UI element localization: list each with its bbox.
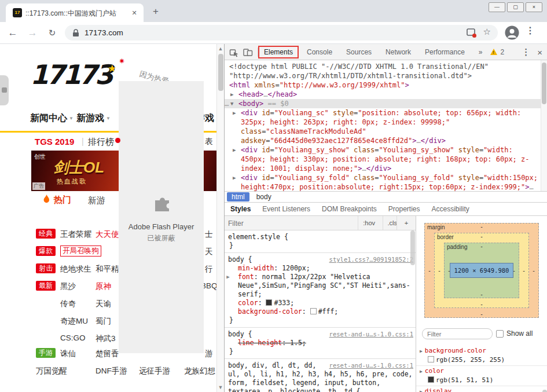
game-link[interactable]: 传奇 [60,299,76,309]
game-link[interactable]: 奇迹MU [60,316,88,327]
game-link-partial[interactable]: 游 [205,349,213,359]
rule-selector[interactable]: body { [228,330,252,338]
collapsed-panel-tab[interactable] [0,75,9,105]
tab-close-icon[interactable]: ✕ [130,8,139,17]
category-badge[interactable]: 射击 [36,263,56,273]
ranking-link[interactable]: 排行榜 [88,137,114,148]
style-property[interactable]: min-width: 1200px; [228,264,413,273]
expand-arrow-icon[interactable]: ▶ [233,173,236,182]
tab-dom-breakpoints[interactable]: DOM Breakpoints [322,205,377,213]
expand-arrow-icon[interactable]: ▶ [420,349,423,354]
styles-scrollbar-thumb[interactable] [410,230,415,265]
game-link[interactable]: 万国觉醒 [36,366,67,376]
computed-property[interactable]: ▶background-colorrgb(255, 255, 255) [416,346,547,366]
game-link[interactable]: CS:GO [60,334,86,342]
plugin-blocked-icon[interactable] [466,27,477,41]
expand-arrow-icon[interactable]: ▶ [233,145,236,155]
new-rule-button[interactable]: + [397,216,416,230]
breadcrumb-body[interactable]: body [253,192,275,202]
expand-arrow-icon[interactable]: ▶ [420,369,423,374]
game-link[interactable]: 王者荣耀 [60,229,91,240]
tab-properties[interactable]: Properties [388,205,420,213]
color-swatch[interactable] [310,308,317,314]
game-link[interactable]: 诛仙 [60,349,76,359]
scrollbar-thumb[interactable] [542,63,546,104]
dom-node[interactable]: <!doctype html PUBLIC "-//W3C//DTD XHTML… [225,62,541,80]
style-property[interactable]: font: ▶ normal 12px/22px "Helvetica Neue… [228,273,413,299]
tab-accessibility[interactable]: Accessibility [431,205,469,213]
stylesheet-link[interactable]: style1.css?…909191852:2 [329,255,413,264]
pseudo-state-toggle[interactable]: :hov [358,216,380,230]
dom-node[interactable]: …▼<body> == $0 [225,99,541,108]
game-link[interactable]: 蜀门 [96,316,111,327]
dom-node[interactable]: ▶<head>…</head> [225,90,541,99]
more-tabs-icon[interactable]: » [479,48,483,56]
game-link[interactable]: 大天使 [96,229,119,240]
nav-item-news[interactable]: 新闻中心▼ [30,112,74,124]
nav-item-newgames[interactable]: 新游戏▼ [76,112,111,124]
computed-filter-input[interactable] [422,328,493,339]
maximize-button[interactable]: ▢ [507,2,524,12]
stylesheet-link[interactable]: reset-and-u…s-1.0.css:1 [329,330,413,339]
dom-node[interactable]: ▶<div id="Youliang_sy_show" class="Youli… [225,145,541,173]
game-link-partial[interactable]: 士 [205,229,213,240]
game-link[interactable]: 开局召唤狗 [60,246,101,257]
style-property[interactable]: background-color: #fff; [228,307,413,316]
color-swatch[interactable] [266,299,272,306]
expand-arrow-icon[interactable]: ▼ [230,99,233,108]
expand-arrow-icon[interactable]: ▶ [225,273,232,281]
game-link[interactable]: 原神 [96,281,111,292]
bookmark-star-icon[interactable]: ☆ [483,27,491,37]
game-link[interactable]: 绝地求生 [60,264,91,274]
category-badge[interactable]: 手游 [36,348,56,358]
forward-button[interactable]: → [25,22,39,44]
dom-node[interactable]: ▶<div id="Youliang_sy_fold" class="Youli… [225,173,541,193]
stylesheet-link[interactable]: reset-and-u…s-1.0.css:1 [329,361,413,370]
dom-node[interactable]: ▶<div id="Youliang_sc" style="position: … [225,108,541,145]
category-badge[interactable]: 最新 [36,281,56,291]
inspect-element-icon[interactable] [229,47,239,60]
computed-property[interactable]: ▶colorrgb(51, 51, 51) [416,366,547,386]
style-property[interactable]: line-height: 1.5; [228,339,413,347]
back-button[interactable]: ← [6,22,20,44]
breadcrumb-html[interactable]: html [227,192,249,202]
style-property[interactable]: color: #333; [228,299,413,307]
lock-icon[interactable] [73,29,80,39]
game-link-partial[interactable]: 行 [205,264,213,274]
profile-avatar[interactable] [505,25,519,40]
reload-button[interactable]: ↻ [45,22,59,44]
game-link[interactable]: 楚留香 [96,349,119,359]
browser-menu-icon[interactable]: ⋮ [526,25,535,36]
expand-arrow-icon[interactable]: ▶ [230,90,233,99]
warning-icon[interactable]: ! [490,49,498,56]
category-badge[interactable]: 经典 [36,229,56,239]
game-link[interactable]: 神武3 [96,334,116,344]
styles-filter-input[interactable] [227,218,333,229]
scrollbar-thumb[interactable] [218,54,223,91]
dom-node[interactable]: <html xmlns="http://www.w3.org/1999/xhtm… [225,80,541,90]
computed-property[interactable]: ▶display [416,386,547,392]
close-button[interactable]: × [526,2,542,12]
expand-arrow-icon[interactable]: ▶ [233,108,236,118]
tgs-link[interactable]: TGS 2019 [35,137,74,146]
computed-scrollbar-thumb[interactable] [542,390,547,392]
minimize-button[interactable]: — [489,2,505,12]
tab-styles[interactable]: Styles [230,205,251,213]
expand-arrow-icon[interactable]: ▶ [420,389,423,392]
subnav-partial-text[interactable]: 表 [205,137,213,147]
new-tab-button[interactable]: + [149,6,162,17]
devtools-menu-icon[interactable]: ⋮ [522,47,530,57]
rule-selector[interactable]: element.style { [228,233,288,241]
game-link[interactable]: DNF手游 [96,366,127,376]
scroll-down-arrow[interactable]: ▼ [217,383,224,391]
address-bar[interactable]: 17173.com ☆ [65,25,498,41]
tab-elements[interactable]: Elements [258,46,299,58]
game-link-partial[interactable]: 天 [205,247,213,257]
game-link[interactable]: 黑沙 [60,281,76,292]
tab-performance[interactable]: Performance [425,48,465,56]
game-link[interactable]: 龙族幻想 [184,366,215,376]
flash-blocked-overlay[interactable]: Adobe Flash Player 已被屏蔽 [119,81,204,353]
tab-sources[interactable]: Sources [346,48,372,56]
tab-new[interactable]: 新游 [88,195,105,206]
tab-hot[interactable]: 热门 [54,195,71,206]
